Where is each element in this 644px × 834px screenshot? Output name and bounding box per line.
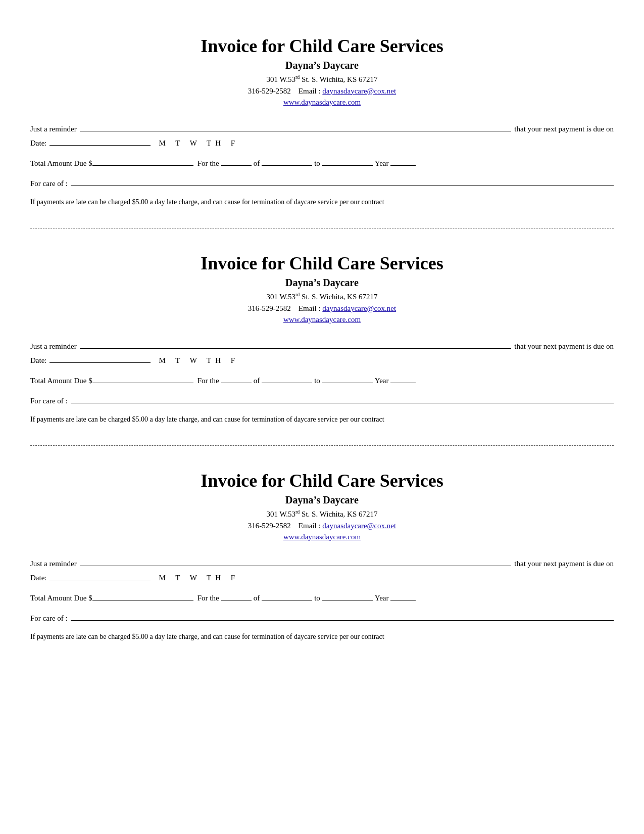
reminder-fill-3 (80, 557, 512, 566)
year-label-2: Year (375, 377, 389, 385)
header-1: Invoice for Child Care Services Dayna’s … (30, 35, 614, 108)
amount-fill-2 (92, 374, 193, 383)
date-row-1: Date: M T W TH F (30, 136, 614, 148)
website-link-1[interactable]: www.daynasdaycare.com (283, 98, 361, 106)
year-fill-3 (390, 591, 416, 600)
invoice-section-3: Invoice for Child Care Services Dayna’s … (30, 455, 614, 654)
care-fill-3 (71, 612, 614, 621)
email-link-2[interactable]: daynasdaycare@cox.net (322, 304, 396, 312)
reminder-end-3: that your next payment is due on (514, 560, 614, 568)
contact-2: 316-529-2582 Email : daynasdaycare@cox.n… (30, 303, 614, 314)
reminder-label-2: Just a reminder (30, 342, 77, 351)
care-fill-2 (71, 394, 614, 403)
reminder-row-2: Just a reminder that your next payment i… (30, 340, 614, 351)
of-fill-3 (262, 591, 312, 600)
of-fill-2 (262, 374, 312, 383)
days-2: M T W TH F (159, 356, 239, 365)
contact-1: 316-529-2582 Email : daynasdaycare@cox.n… (30, 85, 614, 97)
for-the-1: For the (197, 159, 219, 168)
to-fill-1 (322, 157, 373, 166)
reminder-end-1: that your next payment is due on (514, 125, 614, 133)
website-3: www.daynasdaycare.com (30, 531, 614, 543)
divider-1 (30, 228, 614, 228)
date-fill-2 (49, 354, 151, 363)
date-label-2: Date: (30, 356, 46, 365)
reminder-label-3: Just a reminder (30, 560, 77, 568)
year-fill-2 (390, 374, 416, 383)
amount-row-2: Total Amount Due $ For the of to Year (30, 374, 614, 385)
amount-fill-1 (92, 157, 193, 166)
invoice-section-2: Invoice for Child Care Services Dayna’s … (30, 238, 614, 436)
date-fill-3 (49, 571, 151, 580)
reminder-fill-1 (80, 122, 512, 131)
to-label-3: to (314, 594, 320, 603)
to-fill-2 (322, 374, 373, 383)
business-name-1: Dayna’s Daycare (30, 60, 614, 71)
of-label-2: of (254, 377, 260, 385)
business-name-2: Dayna’s Daycare (30, 277, 614, 289)
to-fill-3 (322, 591, 373, 600)
page: Invoice for Child Care Services Dayna’s … (0, 0, 644, 834)
date-row-2: Date: M T W TH F (30, 354, 614, 365)
title-3: Invoice for Child Care Services (30, 470, 614, 491)
email-link-1[interactable]: daynasdaycare@cox.net (322, 87, 396, 95)
address-2: 301 W.53rd St. S. Wichita, KS 67217 (30, 291, 614, 303)
care-label-2: For care of : (30, 397, 68, 405)
days-3: M T W TH F (159, 574, 239, 582)
address-1: 301 W.53rd St. S. Wichita, KS 67217 (30, 73, 614, 85)
contact-3: 316-529-2582 Email : daynasdaycare@cox.n… (30, 520, 614, 532)
reminder-end-2: that your next payment is due on (514, 342, 614, 351)
email-link-3[interactable]: daynasdaycare@cox.net (322, 522, 396, 530)
website-1: www.daynasdaycare.com (30, 97, 614, 108)
invoice-section-1: Invoice for Child Care Services Dayna’s … (30, 20, 614, 219)
header-3: Invoice for Child Care Services Dayna’s … (30, 470, 614, 543)
website-link-2[interactable]: www.daynasdaycare.com (283, 315, 361, 323)
reminder-row-1: Just a reminder that your next payment i… (30, 122, 614, 133)
amount-label-1: Total Amount Due $ (30, 159, 92, 168)
of-fill-1 (262, 157, 312, 166)
care-row-1: For care of : (30, 177, 614, 188)
to-label-1: to (314, 159, 320, 168)
reminder-row-3: Just a reminder that your next payment i… (30, 557, 614, 568)
month-fill-1 (221, 157, 252, 166)
notice-2: If payments are late can be charged $5.0… (30, 414, 614, 425)
website-link-3[interactable]: www.daynasdaycare.com (283, 533, 361, 541)
year-fill-1 (390, 157, 416, 166)
reminder-label-1: Just a reminder (30, 125, 77, 133)
care-label-1: For care of : (30, 179, 68, 188)
date-label-3: Date: (30, 574, 46, 582)
amount-row-3: Total Amount Due $ For the of to Year (30, 591, 614, 603)
of-label-1: of (254, 159, 260, 168)
days-1: M T W TH F (159, 139, 239, 148)
for-the-3: For the (197, 594, 219, 603)
amount-row-1: Total Amount Due $ For the of to Year (30, 157, 614, 168)
month-fill-3 (221, 591, 252, 600)
amount-label-2: Total Amount Due $ (30, 377, 92, 385)
care-fill-1 (71, 177, 614, 186)
notice-3: If payments are late can be charged $5.0… (30, 632, 614, 642)
of-label-3: of (254, 594, 260, 603)
care-row-2: For care of : (30, 394, 614, 405)
title-2: Invoice for Child Care Services (30, 253, 614, 274)
website-2: www.daynasdaycare.com (30, 314, 614, 326)
year-label-3: Year (375, 594, 389, 603)
for-the-2: For the (197, 377, 219, 385)
to-label-2: to (314, 377, 320, 385)
header-2: Invoice for Child Care Services Dayna’s … (30, 253, 614, 326)
care-label-3: For care of : (30, 614, 68, 623)
title-1: Invoice for Child Care Services (30, 35, 614, 57)
address-3: 301 W.53rd St. S. Wichita, KS 67217 (30, 508, 614, 520)
date-row-3: Date: M T W TH F (30, 571, 614, 582)
divider-2 (30, 445, 614, 446)
amount-fill-3 (92, 591, 193, 600)
date-label-1: Date: (30, 139, 46, 148)
year-label-1: Year (375, 159, 389, 168)
amount-label-3: Total Amount Due $ (30, 594, 92, 603)
notice-1: If payments are late can be charged $5.0… (30, 197, 614, 207)
reminder-fill-2 (80, 340, 512, 349)
business-name-3: Dayna’s Daycare (30, 494, 614, 506)
care-row-3: For care of : (30, 612, 614, 623)
month-fill-2 (221, 374, 252, 383)
date-fill-1 (49, 136, 151, 146)
